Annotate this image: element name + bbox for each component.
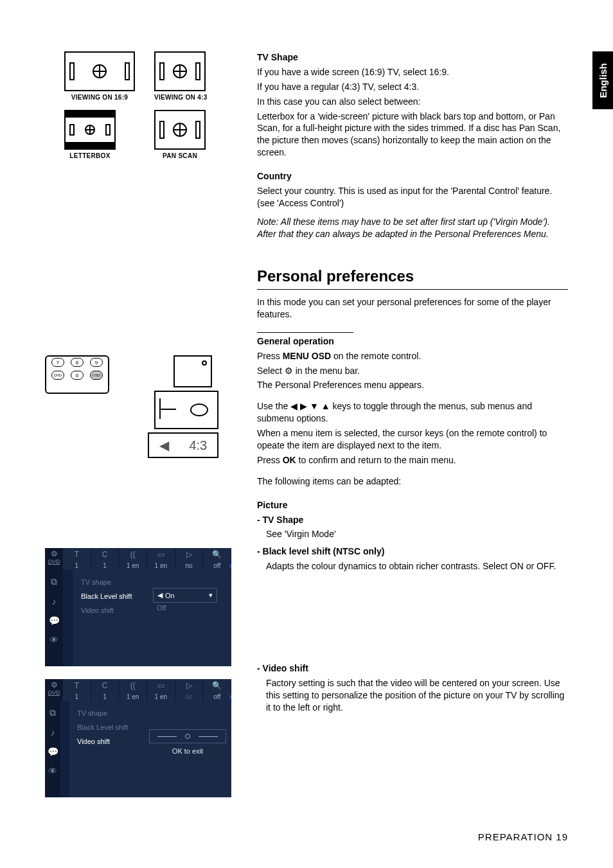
remote-btn-7: 7 xyxy=(51,358,64,367)
osd1-col-zoom-icon: 🔍 xyxy=(203,549,231,560)
osd2-side-eye-icon: 👁 xyxy=(48,766,57,776)
osd2-col-zoom-val: off xyxy=(203,691,231,702)
osd-menu-blacklevel: ⚙DVD T1 C1 ((1 en ▭1 en ▷no 🔍off› ⧉ ♪ 💬 … xyxy=(45,548,231,666)
footer-page-number: 19 xyxy=(556,831,568,842)
language-tab-label: English xyxy=(598,63,609,98)
language-tab: English xyxy=(592,51,613,109)
osd2-dvd-logo: DVD xyxy=(45,689,63,696)
osd1-opt-on: On xyxy=(165,592,175,599)
picture-video-h: - Video shift xyxy=(257,662,568,675)
osd2-col-angle-icon: ▷ xyxy=(175,680,203,691)
osd1-col-t-icon: T xyxy=(63,549,91,560)
page-footer: PREPARATION 19 xyxy=(478,831,568,842)
footer-section: PREPARATION xyxy=(478,831,553,842)
thumb-viewing-43: VIEWING ON 4:3 xyxy=(154,51,208,101)
picture-black-t: Adapts the colour dynamics to obtain ric… xyxy=(266,560,568,572)
osd1-col-c-icon: C xyxy=(91,549,119,560)
osd-illustration: ◀4:3 xyxy=(129,355,218,458)
osd2-side-note-icon: ♪ xyxy=(51,727,55,738)
osd1-col-angle-icon: ▷ xyxy=(175,549,203,560)
remote-btn-menu-osd: OSD xyxy=(90,371,103,380)
genop-p1: Press MENU OSD on the remote control. xyxy=(257,350,568,362)
osd2-col-audio-icon: (( xyxy=(119,680,147,691)
osd2-side-speech-icon: 💬 xyxy=(48,747,58,757)
picture-tvshape-h: - TV Shape xyxy=(257,514,568,526)
tvshape-p4: Letterbox for a 'wide-screen' picture wi… xyxy=(257,111,568,159)
osd1-col-sub-icon: ▭ xyxy=(147,549,175,560)
osd2-item-videoshift: Video shift xyxy=(75,734,145,748)
osd1-side-note-icon: ♪ xyxy=(52,596,57,607)
thumb-viewing-169: VIEWING ON 16:9 xyxy=(64,51,135,101)
arrow-keys-icon: ◀ ▶ ▼ ▲ xyxy=(290,401,330,411)
osd-illus-ratio: 4:3 xyxy=(189,438,207,453)
osd1-item-blacklevel: Black Level shift xyxy=(78,589,149,603)
osd1-side-speech-icon: 💬 xyxy=(49,616,60,626)
picture-video-t: Factory setting is such that the video w… xyxy=(266,677,568,714)
personal-prefs-intro: In this mode you can set your personal p… xyxy=(257,296,568,321)
genop-p3-indent: When a menu item is selected, the cursor… xyxy=(257,427,568,452)
country-p1: Select your country. This is used as inp… xyxy=(257,185,568,209)
genop-p2: Select ⚙ in the menu bar. xyxy=(257,365,568,377)
osd1-side-eye-icon: 👁 xyxy=(49,635,58,645)
osd-illus-arrow-icon: ◀ xyxy=(159,438,169,453)
right-column: TV Shape If you have a wide screen (16:9… xyxy=(257,51,568,797)
osd1-opt-off: Off xyxy=(153,603,226,613)
thumb-panscan: PAN SCAN xyxy=(154,110,206,159)
gear-icon: ⚙ xyxy=(285,366,293,376)
tvshape-heading: TV Shape xyxy=(257,51,568,64)
thumb-43-label: VIEWING ON 4:3 xyxy=(154,94,208,101)
personal-prefs-heading: Personal preferences xyxy=(257,266,568,287)
remote-btn-8: 8 xyxy=(71,358,84,367)
thumb-169-label: VIEWING ON 16:9 xyxy=(64,94,135,101)
thumb-panscan-label: PAN SCAN xyxy=(154,152,206,159)
left-column: VIEWING ON 16:9 VIEWING ON 4:3 LETTERBOX… xyxy=(45,51,231,797)
genop-p4: Press OK to confirm and return to the ma… xyxy=(257,454,568,466)
osd2-col-c-icon: C xyxy=(91,680,119,691)
osd1-col-zoom-val: off xyxy=(203,560,231,571)
virgin-mode-note: Note: All these items may have to be set… xyxy=(257,216,568,240)
osd2-col-sub-icon: ▭ xyxy=(147,680,175,691)
osd2-videoshift-slider xyxy=(149,729,226,743)
osd1-dvd-logo: DVD xyxy=(45,558,63,565)
country-heading: Country xyxy=(257,170,568,182)
remote-btn-9: 9 xyxy=(90,358,103,367)
remote-btn-menu-dvd: DVD xyxy=(51,371,64,380)
osd2-ok-text: OK to exit xyxy=(149,747,226,755)
osd-menu-videoshift: ⚙DVD T1 C1 ((1 en ▭1 en ▷no 🔍off› ⧉ ♪ 💬 … xyxy=(45,679,231,797)
genop-p2-indent: The Personal Preferences menu appears. xyxy=(257,379,568,391)
tvshape-p1: If you have a wide screen (16:9) TV, sel… xyxy=(257,66,568,78)
remote-btn-0: 0 xyxy=(71,371,84,380)
general-operation-heading: General operation xyxy=(257,335,568,348)
osd2-col-zoom-icon: 🔍 xyxy=(203,680,231,691)
osd1-item-tvshape: TV shape xyxy=(78,575,149,589)
thumb-letterbox-label: LETTERBOX xyxy=(64,152,116,159)
picture-black-h: - Black level shift (NTSC only) xyxy=(257,545,568,558)
osd1-item-videoshift: Video shift xyxy=(78,603,149,617)
remote-illustration: 7 8 9 DVD 0 OSD xyxy=(45,355,109,394)
thumb-letterbox: LETTERBOX xyxy=(64,110,116,159)
osd1-side-film-icon: ⧉ xyxy=(51,576,57,587)
osd2-item-tvshape: TV shape xyxy=(75,706,145,720)
osd1-col-audio-icon: (( xyxy=(119,549,147,560)
picture-heading: Picture xyxy=(257,499,568,511)
osd2-item-blacklevel: Black Level shift xyxy=(75,720,145,734)
tvshape-p3: In this case you can also select between… xyxy=(257,96,568,108)
osd2-col-t-icon: T xyxy=(63,680,91,691)
genop-following: The following items can be adapted: xyxy=(257,475,568,488)
osd2-side-film-icon: ⧉ xyxy=(49,707,56,718)
genop-p3: Use the ◀ ▶ ▼ ▲ keys to toggle through t… xyxy=(257,400,568,425)
picture-tvshape-t: See 'Virgin Mode' xyxy=(266,528,568,540)
tvshape-p2: If you have a regular (4:3) TV, select 4… xyxy=(257,81,568,93)
